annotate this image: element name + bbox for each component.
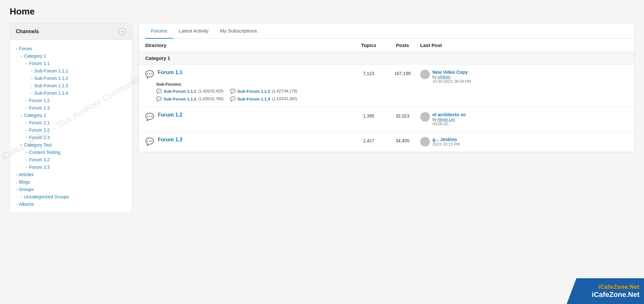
subforum-item: 💬Sub-Forum 1.1.4(1,433/33,382) (230, 96, 297, 101)
forums-content: Directory Topics Posts Last Post Categor… (139, 39, 634, 152)
nav-link-groups[interactable]: Groups (19, 187, 34, 192)
forum-name-link[interactable]: Forum 1.3 (158, 137, 182, 143)
nav-bullet: ▪ (26, 106, 27, 110)
nav-item: ▪Sub-Forum 1.1.1 (16, 68, 128, 74)
last-post-by: by sAdmin (432, 75, 471, 79)
forum-row: 💬Forum 1.21,39532,023et architecto voby … (139, 107, 634, 132)
subforum-chat-icon: 💬 (230, 89, 235, 94)
nav-item-sub-forum-1.1.1[interactable]: ▪Sub-Forum 1.1.1 (31, 68, 128, 74)
subforums-label: Sub-Forums: (156, 82, 353, 87)
nav-link-forum[interactable]: Forum (19, 46, 32, 51)
channels-nav: ▪Forum▪Category 1▪Forum 1.1▪Sub-Forum 1.… (10, 40, 132, 213)
nav-item-sub-forum-1.1.4[interactable]: ▪Sub-Forum 1.1.4 (31, 90, 128, 96)
nav-item-content-testing[interactable]: ▪Content Testing (26, 149, 128, 156)
nav-link-content-testing[interactable]: Content Testing (29, 150, 61, 155)
nav-bullet: ▪ (16, 180, 17, 184)
nav-link-uncategorized-groups[interactable]: Uncategorized Groups (24, 194, 69, 199)
channels-panel-wrapper: Channels − ▪Forum▪Category 1▪Forum 1.1▪S… (10, 23, 132, 213)
forum-name-link[interactable]: Forum 1.2 (158, 112, 182, 118)
nav-item-forum-3.2[interactable]: ▪Forum 3.2 (26, 157, 128, 163)
nav-item-articles[interactable]: ▪Articles (16, 171, 128, 178)
nav-item-category-test[interactable]: ▪Category Test (21, 142, 128, 148)
nav-item-forum-2.3[interactable]: ▪Forum 2.3 (26, 134, 128, 141)
channels-toggle-button[interactable]: − (119, 28, 126, 35)
last-post-title-link[interactable]: g... Jenkins (432, 137, 457, 142)
nav-link-forum-1.3[interactable]: Forum 1.3 (29, 105, 50, 110)
nav-link-category-1[interactable]: Category 1 (24, 53, 46, 59)
nav-bullet: ▪ (26, 128, 27, 132)
nav-link-forum-3.2[interactable]: Forum 3.2 (29, 157, 50, 162)
nav-link-category-2[interactable]: Category 2 (24, 113, 46, 118)
nav-item-category-1[interactable]: ▪Category 1 (21, 53, 128, 59)
forum-row: 💬Forum 1.1Sub-Forums:💬Sub-Forum 1.1.1(1,… (139, 64, 634, 107)
nav-link-blogs[interactable]: Blogs (19, 179, 30, 185)
nav-link-forum-3.3[interactable]: Forum 3.3 (29, 165, 50, 170)
nav-item-forum-1.3[interactable]: ▪Forum 1.3 (26, 105, 128, 111)
nav-bullet: ▪ (26, 62, 27, 65)
nav-item-forum-2.1[interactable]: ▪Forum 2.1 (26, 119, 128, 126)
page-title: Home (10, 6, 634, 17)
nav-bullet: ▪ (31, 77, 33, 80)
tab-forums[interactable]: Forums (145, 24, 173, 39)
last-post-author-link[interactable]: Alexie Lyn (437, 117, 455, 122)
last-post-title-link[interactable]: et architecto vo (432, 112, 466, 117)
subforum-link-sub-forum-1.1.4[interactable]: Sub-Forum 1.1.4 (237, 97, 270, 101)
nav-item: ▪Forum 2.3 (16, 134, 128, 141)
forum-row: 💬Forum 1.31,41734,455g... Jenkins2023, 0… (139, 132, 634, 152)
nav-item-forum-3.3[interactable]: ▪Forum 3.3 (26, 164, 128, 170)
nav-item: ▪Forum 3.3 (16, 164, 128, 170)
last-post-date: 2023, 03:13 PM (432, 142, 460, 147)
nav-link-albums[interactable]: Albums (19, 202, 34, 207)
forum-posts-count: 34,455 (385, 137, 420, 143)
nav-bullet: ▪ (26, 151, 27, 154)
last-post-title-link[interactable]: New Video Copy (432, 70, 468, 75)
nav-link-category-test[interactable]: Category Test (24, 142, 52, 147)
last-post-author-link[interactable]: sAdmin (438, 75, 450, 79)
nav-link-sub-forum-1.1.4[interactable]: Sub-Forum 1.1.4 (34, 90, 68, 96)
nav-bullet: ▪ (31, 91, 33, 95)
nav-item: ▪Forum 1.3 (16, 105, 128, 111)
tab-latest-activity[interactable]: Latest Activity (173, 24, 214, 39)
nav-item-groups[interactable]: ▪Groups (16, 186, 128, 193)
subforum-link-sub-forum-1.1.3[interactable]: Sub-Forum 1.1.3 (164, 97, 196, 101)
last-post-avatar (420, 70, 430, 79)
nav-item: ▪Category 2 (16, 112, 128, 119)
nav-link-forum-2.1[interactable]: Forum 2.1 (29, 120, 50, 125)
forum-name-link[interactable]: Forum 1.1 (158, 70, 182, 75)
nav-item-sub-forum-1.1.3[interactable]: ▪Sub-Forum 1.1.3 (31, 82, 128, 89)
nav-bullet: ▪ (16, 188, 17, 191)
nav-link-articles[interactable]: Articles (19, 172, 34, 177)
nav-item-albums[interactable]: ▪Albums (16, 201, 128, 207)
nav-link-sub-forum-1.1.3[interactable]: Sub-Forum 1.1.3 (34, 83, 68, 88)
subforum-link-sub-forum-1.1.1[interactable]: Sub-Forum 1.1.1 (164, 89, 196, 94)
nav-link-sub-forum-1.1.2[interactable]: Sub-Forum 1.1.2 (34, 76, 68, 81)
nav-link-sub-forum-1.1.1[interactable]: Sub-Forum 1.1.1 (34, 68, 68, 73)
forum-main-cell: 💬Forum 1.2 (145, 112, 353, 121)
nav-link-forum-1.2[interactable]: Forum 1.2 (29, 98, 50, 103)
nav-item-category-2[interactable]: ▪Category 2 (21, 112, 128, 119)
directory-table: Directory Topics Posts Last Post Categor… (139, 39, 634, 152)
nav-item: ▪Content Testing (16, 149, 128, 156)
nav-link-forum-2.3[interactable]: Forum 2.3 (29, 135, 50, 140)
nav-item-forum[interactable]: ▪Forum (16, 45, 128, 52)
nav-link-forum-2.2[interactable]: Forum 2.2 (29, 128, 50, 133)
nav-item: ▪Forum (16, 45, 128, 52)
nav-item-forum-1.1[interactable]: ▪Forum 1.1 (26, 60, 128, 67)
nav-item-forum-2.2[interactable]: ▪Forum 2.2 (26, 127, 128, 133)
nav-tree: ▪Forum▪Category 1▪Forum 1.1▪Sub-Forum 1.… (16, 45, 128, 207)
nav-bullet: ▪ (26, 158, 27, 162)
nav-link-forum-1.1[interactable]: Forum 1.1 (29, 61, 50, 66)
forum-info: 💬Forum 1.2 (145, 112, 353, 121)
nav-bullet: ▪ (21, 54, 22, 58)
subforum-counts: (1,433/33,382) (272, 97, 297, 101)
nav-bullet: ▪ (16, 173, 17, 176)
tab-my-subscriptions[interactable]: My Subscriptions (214, 24, 263, 39)
nav-bullet: ▪ (26, 136, 27, 139)
col-posts: Posts (385, 43, 420, 48)
nav-item-blogs[interactable]: ▪Blogs (16, 179, 128, 185)
subforum-link-sub-forum-1.1.2[interactable]: Sub-Forum 1.1.2 (237, 89, 270, 94)
nav-item-forum-1.2[interactable]: ▪Forum 1.2 (26, 97, 128, 104)
forum-topics-count: 1,395 (353, 112, 385, 119)
nav-item-uncategorized-groups[interactable]: ▪Uncategorized Groups (21, 194, 128, 200)
nav-item-sub-forum-1.1.2[interactable]: ▪Sub-Forum 1.1.2 (31, 75, 128, 81)
